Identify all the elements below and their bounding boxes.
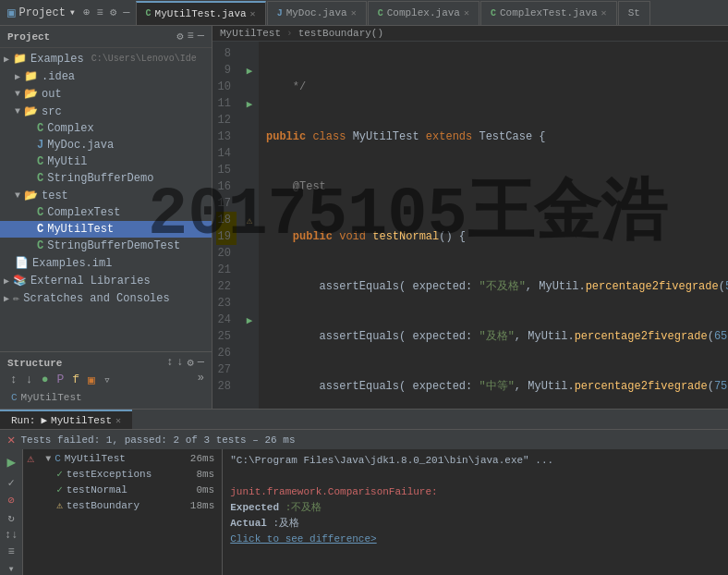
- run-align-button[interactable]: ≡: [7, 544, 16, 559]
- test-root-item[interactable]: ▼ C MyUtilTest 26ms: [38, 451, 222, 466]
- tab-close-myutiltest[interactable]: ✕: [250, 8, 256, 19]
- breadcrumb: MyUtilTest › testBoundary(): [212, 26, 728, 42]
- tab-icon-myutiltest: C: [146, 8, 152, 18]
- tree-root-path: C:\Users\Lenovo\Ide: [91, 54, 197, 64]
- run-rerun-button[interactable]: ↻: [7, 510, 16, 526]
- tree-item-scratches[interactable]: ▶ ✏ Scratches and Consoles: [0, 289, 212, 307]
- test-exceptions-time: 8ms: [196, 469, 214, 480]
- tree-item-stringbufferdemotest[interactable]: C StringBufferDemoTest: [0, 238, 212, 254]
- output-area[interactable]: "C:\Program Files\Java\jdk1.8.0_201\bin\…: [223, 449, 728, 575]
- editor-content[interactable]: 8 9 10 11 12 13 14 15 16 17 18 19 20 21 …: [212, 42, 728, 409]
- tab-label-mydoc: MyDoc.java: [286, 7, 347, 18]
- gutter-24[interactable]: ▶: [240, 312, 259, 328]
- tree-item-extlibs[interactable]: ▶ 📚 External Libraries: [0, 272, 212, 289]
- tab-complex[interactable]: C Complex.java ✕: [368, 1, 479, 25]
- tab-st[interactable]: St: [618, 1, 650, 25]
- sidebar-close-icon[interactable]: —: [198, 30, 204, 43]
- warning-18[interactable]: ⚠: [247, 214, 253, 226]
- str-btn-sort[interactable]: ↕: [7, 372, 20, 388]
- bottom-tab-run[interactable]: Run: ▶ MyUtilTest ✕: [0, 410, 132, 429]
- tree-item-examplesiml[interactable]: 📄 Examples.iml: [0, 254, 212, 272]
- run-tab-target: MyUtilTest: [51, 415, 112, 426]
- project-dropdown[interactable]: ▾: [69, 6, 76, 19]
- run-filter-button[interactable]: ▾: [7, 561, 16, 575]
- str-btn-alpha[interactable]: ↓: [23, 372, 36, 388]
- structure-type-toolbar: ↕ ↓ ● P f ▣ ▿ »: [7, 370, 204, 390]
- run-play-button[interactable]: ▶: [5, 451, 18, 473]
- mydoc-file-icon: J: [37, 139, 43, 152]
- tab-close-complex[interactable]: ✕: [464, 7, 469, 18]
- test-pass-icon-exceptions: ✓: [56, 468, 63, 480]
- gutter-26: [240, 345, 259, 361]
- test-item-boundary-label: testBoundary: [67, 500, 140, 511]
- tree-item-mydoc[interactable]: J MyDoc.java: [0, 137, 212, 153]
- code-line-13: assertEquals( expected: "及格", MyUtil.per…: [266, 328, 721, 345]
- run-arrow-11[interactable]: ▶: [247, 98, 253, 110]
- tab-icon-complextest: C: [491, 8, 496, 18]
- structure-toolbar-icons: ↕ ↓ ⚙ —: [166, 356, 204, 370]
- gutter-18[interactable]: ⚠: [240, 212, 259, 228]
- ln-27: 27: [216, 361, 237, 378]
- structure-sort-icon[interactable]: ↕: [166, 356, 173, 370]
- side-error-icon[interactable]: ⚠: [23, 449, 38, 468]
- gutter-9[interactable]: ▶: [240, 62, 259, 79]
- ln-26: 26: [216, 345, 237, 361]
- output-actual-label: Actual: [230, 518, 267, 529]
- tree-item-src[interactable]: ▼ 📂 src: [0, 103, 212, 120]
- test-item-normal[interactable]: ✓ testNormal 0ms: [38, 482, 222, 497]
- tab-close-complextest[interactable]: ✕: [601, 7, 607, 18]
- myutil-file-icon: C: [37, 155, 43, 168]
- test-item-normal-label: testNormal: [67, 484, 127, 495]
- tree-item-out[interactable]: ▼ 📂 out: [0, 85, 212, 103]
- gutter-11[interactable]: ▶: [240, 95, 259, 112]
- str-btn-red[interactable]: ▣: [85, 372, 98, 388]
- run-sort-button[interactable]: ↕↓: [4, 528, 18, 543]
- output-actual-value: :及格: [273, 518, 299, 529]
- str-btn-orange[interactable]: f: [69, 372, 82, 388]
- gutter-25: [240, 328, 259, 345]
- ln-21: 21: [216, 262, 237, 278]
- code-area[interactable]: */ public class MyUtilTest extends TestC…: [259, 42, 728, 409]
- run-arrow-24[interactable]: ▶: [247, 314, 253, 326]
- str-btn-filter[interactable]: ▿: [101, 372, 114, 388]
- tree-item-myutiltest[interactable]: C MyUtilTest: [0, 221, 212, 238]
- code-line-8: */: [266, 79, 721, 95]
- output-diff-link[interactable]: Click to see difference>: [230, 533, 376, 544]
- structure-gear-icon[interactable]: ⚙: [188, 356, 194, 370]
- tab-close-mydoc[interactable]: ✕: [351, 7, 357, 18]
- output-expected-label: Expected: [230, 502, 279, 513]
- structure-filter-icon[interactable]: ↓: [176, 356, 183, 370]
- gutter-12: [240, 112, 259, 128]
- test-root-arrow: ▼: [45, 454, 51, 464]
- project-label: Project: [18, 6, 65, 19]
- tree-item-idea[interactable]: ▶ 📁 .idea: [0, 67, 212, 85]
- tab-myutiltest[interactable]: C MyUtilTest.java ✕: [136, 1, 266, 25]
- ln-17: 17: [216, 195, 237, 212]
- sidebar-gear-icon[interactable]: ⚙: [176, 30, 183, 43]
- test-root-label: MyUtilTest: [65, 453, 126, 464]
- tree-item-idea-label: .idea: [42, 70, 75, 83]
- gutter-8: [240, 45, 259, 62]
- tab-complextest[interactable]: C ComplexTest.java ✕: [480, 1, 617, 25]
- tree-item-myutil[interactable]: C MyUtil: [0, 153, 212, 170]
- str-btn-purple[interactable]: P: [54, 372, 67, 388]
- run-tab-close[interactable]: ✕: [115, 415, 121, 426]
- run-arrow-9[interactable]: ▶: [247, 65, 253, 77]
- str-btn-green[interactable]: ●: [39, 372, 52, 388]
- tree-item-complextest[interactable]: C ComplexTest: [0, 204, 212, 221]
- tab-mydoc[interactable]: J MyDoc.java ✕: [267, 1, 367, 25]
- run-stop-button[interactable]: ⊘: [7, 493, 16, 508]
- test-item-exceptions[interactable]: ✓ testExceptions 8ms: [38, 466, 222, 482]
- run-check-button[interactable]: ✓: [7, 475, 16, 491]
- test-root-icon: C: [55, 453, 61, 464]
- tree-item-out-label: out: [42, 88, 62, 101]
- tree-item-stringbufferdemo[interactable]: C StringBufferDemo: [0, 170, 212, 187]
- str-btn-expand[interactable]: »: [198, 372, 204, 388]
- tree-item-complex-label: Complex: [47, 122, 93, 135]
- test-item-boundary[interactable]: ⚠ testBoundary 18ms: [38, 497, 222, 513]
- tree-root[interactable]: ▶ 📁 Examples C:\Users\Lenovo\Ide: [0, 50, 212, 67]
- sidebar-collapse-icon[interactable]: ≡: [188, 30, 194, 43]
- tree-item-test[interactable]: ▼ 📂 test: [0, 187, 212, 204]
- structure-close-icon[interactable]: —: [198, 356, 204, 370]
- tree-item-complex[interactable]: C Complex: [0, 120, 212, 137]
